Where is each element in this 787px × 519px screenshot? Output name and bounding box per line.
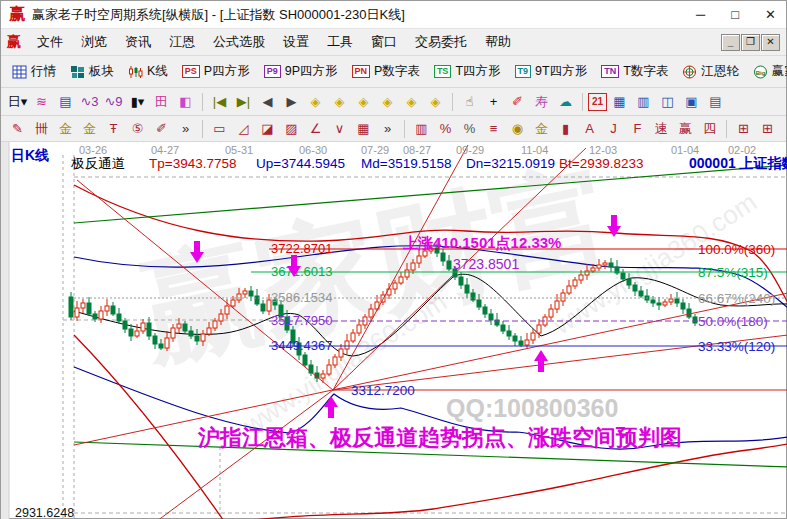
candlestick[interactable] <box>171 328 175 338</box>
candlestick[interactable] <box>339 349 343 357</box>
overlay-curves-button[interactable]: ≋ <box>30 90 53 113</box>
candlestick[interactable] <box>597 265 601 268</box>
candlestick[interactable] <box>567 286 571 293</box>
j-line-button[interactable]: J <box>602 117 625 140</box>
menu-settings[interactable]: 设置 <box>274 30 318 54</box>
expand-both-button[interactable]: ◈ <box>400 90 423 113</box>
f-grid-button[interactable]: Ŧ <box>102 117 125 140</box>
candlestick[interactable] <box>237 294 241 300</box>
candlestick[interactable] <box>249 291 253 296</box>
trendline-draw-button[interactable]: ✐ <box>506 90 529 113</box>
candlestick[interactable] <box>129 329 133 336</box>
candlestick[interactable] <box>333 357 337 365</box>
candlestick[interactable] <box>627 279 631 285</box>
candlestick[interactable] <box>159 344 163 348</box>
menu-help[interactable]: 帮助 <box>476 30 520 54</box>
gann-wheel-button[interactable]: 江恩轮 <box>676 60 745 83</box>
more1-button[interactable]: » <box>174 117 197 140</box>
p-square-button[interactable]: PSP四方形 <box>176 60 256 83</box>
candlestick[interactable] <box>225 306 229 314</box>
candlestick[interactable] <box>141 323 145 331</box>
candlestick[interactable] <box>513 336 517 341</box>
kline-chart-svg[interactable]: 赢家财富www.yingjia360.comwww.yingjia360.com… <box>1 142 787 519</box>
kline-period-button[interactable]: 日▾ <box>6 90 29 113</box>
grid-b-button[interactable]: ⊞ <box>756 117 779 140</box>
nine-p-square-button[interactable]: P99P四方形 <box>258 60 344 83</box>
zoom-out-h-button[interactable]: ◈ <box>304 90 327 113</box>
pattern-tool-button[interactable]: 田 <box>150 90 173 113</box>
candlestick[interactable] <box>537 325 541 333</box>
sectors-button[interactable]: 板块 <box>64 60 120 83</box>
candlestick[interactable] <box>681 303 685 309</box>
nine-t-square-button[interactable]: T99T四方形 <box>509 60 594 83</box>
mdi-restore-button[interactable]: ❐ <box>741 34 760 51</box>
color-volume-button[interactable]: ◧ <box>174 90 197 113</box>
percent-line-button[interactable]: % <box>434 117 457 140</box>
candlestick[interactable] <box>525 340 529 345</box>
candlestick[interactable] <box>183 324 187 331</box>
f-line-button[interactable]: F <box>626 117 649 140</box>
candlestick[interactable] <box>135 331 139 336</box>
minimize-button[interactable]: ─ <box>696 1 705 28</box>
candlestick[interactable] <box>489 314 493 320</box>
candlestick[interactable] <box>633 285 637 291</box>
candlestick[interactable] <box>261 304 265 311</box>
candlestick[interactable] <box>195 336 199 341</box>
candlestick[interactable] <box>663 302 667 305</box>
window-copy-button[interactable]: ▣ <box>680 90 703 113</box>
menu-trade[interactable]: 交易委托 <box>406 30 476 54</box>
grid-lines-button[interactable]: 卌 <box>30 117 53 140</box>
gann-fan-button[interactable]: ◿ <box>232 117 255 140</box>
gann-emblem-button[interactable]: 寿 <box>530 90 553 113</box>
menu-browse[interactable]: 浏览 <box>72 30 116 54</box>
speed-line-button[interactable]: 速 <box>650 117 673 140</box>
four-line-button[interactable]: 四 <box>698 117 721 140</box>
step-back-button[interactable]: ◀ <box>256 90 279 113</box>
candlestick[interactable] <box>501 325 505 331</box>
wave-tool-button[interactable]: ☁ <box>554 90 577 113</box>
candlestick[interactable] <box>345 341 349 349</box>
gann-box-button[interactable]: ▭ <box>208 117 231 140</box>
menu-file[interactable]: 文件 <box>28 30 72 54</box>
gold-lines-button[interactable]: 金 <box>530 117 553 140</box>
winner-wheel-button[interactable]: Big赢家轮 <box>747 60 787 83</box>
notebook-button[interactable]: ▥ <box>632 90 655 113</box>
a-lines-button[interactable]: A <box>578 117 601 140</box>
save-button[interactable]: ◫ <box>656 90 679 113</box>
box-fan-button[interactable]: ◪ <box>256 117 279 140</box>
mdi-minimize-button[interactable]: _ <box>721 34 740 51</box>
menu-tools[interactable]: 工具 <box>318 30 362 54</box>
candlestick[interactable] <box>405 270 409 277</box>
goto-last-button[interactable]: ▶| <box>232 90 255 113</box>
goto-first-button[interactable]: |◀ <box>208 90 231 113</box>
candlestick[interactable] <box>441 253 445 261</box>
candlestick[interactable] <box>369 309 373 317</box>
candlestick[interactable] <box>123 321 127 329</box>
candlestick[interactable] <box>231 300 235 306</box>
candlestick[interactable] <box>639 291 643 296</box>
gold-grid2-button[interactable]: 金 <box>78 117 101 140</box>
gold-circle-button[interactable]: ◉ <box>506 117 529 140</box>
candlestick[interactable] <box>201 334 205 341</box>
five-cycle-button[interactable]: ⑤ <box>126 117 149 140</box>
candlestick[interactable] <box>651 300 655 303</box>
candlestick[interactable] <box>465 285 469 293</box>
candlestick[interactable] <box>411 263 415 270</box>
nine-grid-button[interactable]: ▦ <box>352 117 375 140</box>
wave-lines-button[interactable]: ∨ <box>328 117 351 140</box>
candlestick[interactable] <box>507 331 511 336</box>
t-number-table-button[interactable]: TNT数字表 <box>595 60 674 83</box>
candlestick[interactable] <box>555 301 559 309</box>
structure-button[interactable]: ▥ <box>410 117 433 140</box>
pen-tool-button[interactable]: ✎ <box>6 117 29 140</box>
candlestick[interactable] <box>549 309 553 317</box>
gold-grid-button[interactable]: 金 <box>54 117 77 140</box>
menu-news[interactable]: 资讯 <box>116 30 160 54</box>
candlestick[interactable] <box>669 299 673 302</box>
step-forward-button[interactable]: ▶ <box>280 90 303 113</box>
ma3-button[interactable]: ∿3 <box>78 90 101 113</box>
angle-lines-button[interactable]: ∠ <box>304 117 327 140</box>
expand-left-button[interactable]: ◈ <box>352 90 375 113</box>
candlestick[interactable] <box>399 277 403 283</box>
menu-formula-picker[interactable]: 公式选股 <box>204 30 274 54</box>
